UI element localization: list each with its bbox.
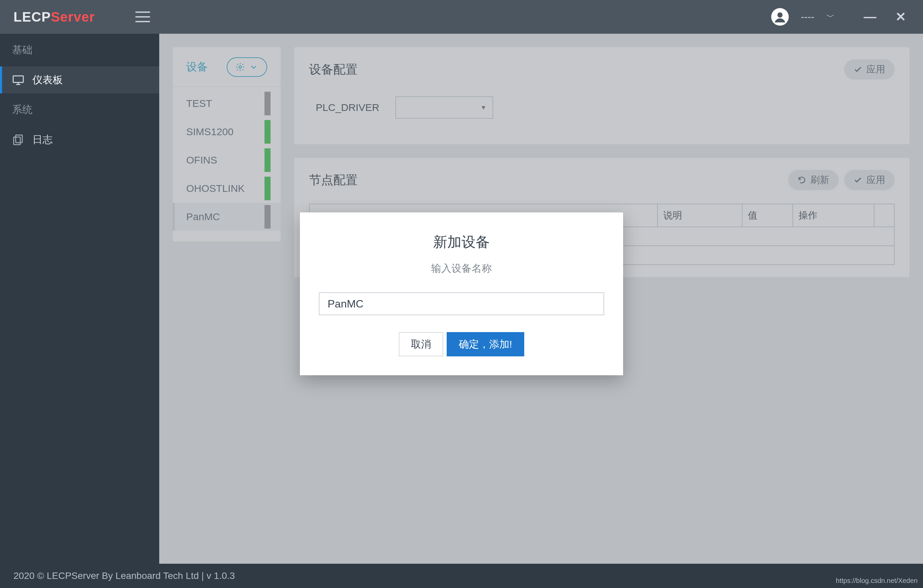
- confirm-button[interactable]: 确定，添加!: [447, 332, 524, 356]
- modal-subtitle: 输入设备名称: [319, 262, 604, 275]
- cancel-button[interactable]: 取消: [399, 332, 443, 356]
- modal-wrap: 新加设备 输入设备名称 取消 确定，添加!: [0, 0, 923, 588]
- modal-title: 新加设备: [319, 233, 604, 252]
- add-device-modal: 新加设备 输入设备名称 取消 确定，添加!: [300, 213, 623, 375]
- app-root: LECPServer ---- ﹀ — ✕ 基础 仪表板 系统 日: [0, 0, 923, 588]
- modal-actions: 取消 确定，添加!: [319, 332, 604, 356]
- device-name-input[interactable]: [319, 292, 604, 315]
